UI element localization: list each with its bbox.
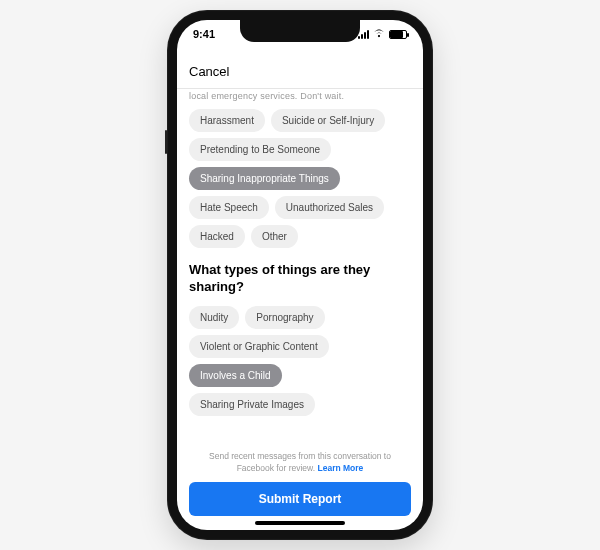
secondary-category-chips: Nudity Pornography Violent or Graphic Co… [189, 306, 411, 416]
modal-content: local emergency services. Don't wait. Ha… [177, 89, 423, 443]
cutoff-text: local emergency services. Don't wait. [189, 91, 411, 101]
chip-harassment[interactable]: Harassment [189, 109, 265, 132]
disclaimer-text: Send recent messages from this conversat… [189, 451, 411, 474]
report-modal: Cancel local emergency services. Don't w… [177, 52, 423, 530]
chip-nudity[interactable]: Nudity [189, 306, 239, 329]
chip-hate-speech[interactable]: Hate Speech [189, 196, 269, 219]
modal-footer: Send recent messages from this conversat… [177, 443, 423, 530]
question-heading: What types of things are they sharing? [189, 262, 411, 296]
primary-category-chips: Harassment Suicide or Self-Injury Preten… [189, 109, 411, 248]
chip-private-images[interactable]: Sharing Private Images [189, 393, 315, 416]
wifi-icon [373, 29, 385, 40]
chip-hacked[interactable]: Hacked [189, 225, 245, 248]
battery-icon [389, 30, 407, 39]
chip-pretending[interactable]: Pretending to Be Someone [189, 138, 331, 161]
submit-report-button[interactable]: Submit Report [189, 482, 411, 516]
learn-more-link[interactable]: Learn More [317, 463, 363, 473]
phone-screen: 9:41 Cancel local emergency services. Do… [177, 20, 423, 530]
chip-pornography[interactable]: Pornography [245, 306, 324, 329]
status-icons [358, 29, 407, 40]
chip-violent-content[interactable]: Violent or Graphic Content [189, 335, 329, 358]
modal-header: Cancel [177, 52, 423, 89]
status-time: 9:41 [193, 28, 215, 40]
home-indicator[interactable] [255, 521, 345, 525]
notch [240, 20, 360, 42]
disclaimer-body: Send recent messages from this conversat… [209, 451, 391, 472]
cancel-button[interactable]: Cancel [189, 64, 229, 79]
chip-sharing-inappropriate[interactable]: Sharing Inappropriate Things [189, 167, 340, 190]
chip-other[interactable]: Other [251, 225, 298, 248]
phone-frame: 9:41 Cancel local emergency services. Do… [167, 10, 433, 540]
chip-suicide[interactable]: Suicide or Self-Injury [271, 109, 385, 132]
chip-unauthorized-sales[interactable]: Unauthorized Sales [275, 196, 384, 219]
chip-involves-child[interactable]: Involves a Child [189, 364, 282, 387]
